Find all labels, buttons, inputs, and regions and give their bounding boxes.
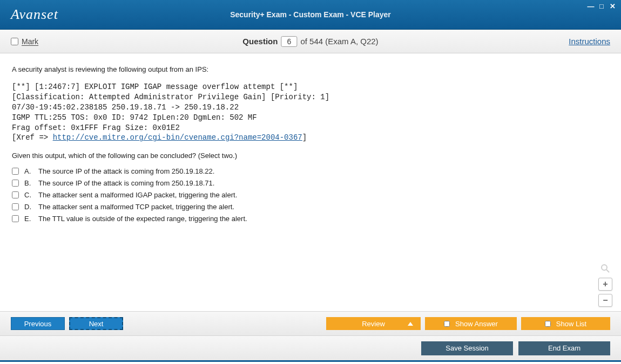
option-text: The source IP of the attack is coming fr… — [38, 167, 214, 175]
review-button[interactable]: Review — [326, 317, 421, 330]
maximize-icon[interactable]: □ — [597, 2, 606, 10]
show-answer-label: Show Answer — [455, 320, 498, 328]
ips-output-block: [**] [1:2467:7] EXPLOIT IGMP IGAP messag… — [12, 82, 609, 143]
option-d-checkbox[interactable] — [12, 203, 19, 210]
option-c-checkbox[interactable] — [12, 191, 19, 198]
question-status: Question 6 of 544 (Exam A, Q22) — [242, 36, 378, 47]
options-list: A. The source IP of the attack is coming… — [12, 167, 609, 223]
mark-label[interactable]: Mark — [22, 37, 38, 46]
previous-button[interactable]: Previous — [11, 317, 65, 330]
option-d[interactable]: D. The attacker sent a malformed TCP pac… — [12, 203, 609, 211]
option-text: The attacker sent a malformed TCP packet… — [38, 203, 234, 211]
review-label: Review — [362, 320, 385, 328]
svg-line-1 — [606, 270, 609, 272]
next-button[interactable]: Next — [69, 317, 123, 330]
option-letter: C. — [24, 191, 33, 199]
option-e-checkbox[interactable] — [12, 215, 19, 222]
question-number-box: 6 — [281, 36, 297, 47]
option-letter: A. — [24, 167, 33, 175]
zoom-controls: + − — [598, 263, 612, 307]
option-letter: D. — [24, 203, 33, 211]
code-line: 07/30-19:45:02.238185 250.19.18.71 -> 25… — [12, 103, 239, 112]
window-controls: — □ ✕ — [586, 2, 617, 10]
option-text: The source IP of the attack is coming fr… — [38, 179, 214, 187]
option-letter: B. — [24, 179, 33, 187]
question-total: of 544 (Exam A, Q22) — [300, 37, 378, 46]
xref-prefix: [Xref => — [12, 133, 53, 142]
xref-suffix: ] — [302, 133, 307, 142]
search-icon[interactable] — [599, 263, 611, 274]
close-icon[interactable]: ✕ — [608, 2, 617, 10]
option-letter: E. — [24, 215, 33, 223]
triangle-up-icon — [408, 322, 413, 326]
question-label: Question — [242, 37, 278, 46]
code-line: Frag offset: 0x1FFF Frag Size: 0x01E2 — [12, 123, 180, 132]
zoom-out-button[interactable]: − — [598, 294, 612, 307]
code-line: [**] [1:2467:7] EXPLOIT IGMP IGAP messag… — [12, 83, 298, 91]
option-text: The TTL value is outside of the expected… — [38, 215, 247, 223]
option-c[interactable]: C. The attacker sent a malformed IGAP pa… — [12, 191, 609, 199]
option-e[interactable]: E. The TTL value is outside of the expec… — [12, 215, 609, 223]
show-answer-checkbox[interactable] — [444, 321, 450, 327]
save-session-button[interactable]: Save Session — [421, 341, 513, 355]
question-prompt: Given this output, which of the followin… — [12, 152, 609, 160]
xref-link[interactable]: http://cve.mitre.org/cgi-bin/cvename.cgi… — [53, 133, 302, 142]
option-a-checkbox[interactable] — [12, 168, 19, 175]
code-line: IGMP TTL:255 TOS: 0x0 ID: 9742 IpLen:20 … — [12, 113, 257, 122]
zoom-in-button[interactable]: + — [598, 278, 612, 291]
titlebar: Avanset Security+ Exam - Custom Exam - V… — [0, 0, 621, 30]
option-b[interactable]: B. The source IP of the attack is coming… — [12, 179, 609, 187]
session-footer: Save Session End Exam — [0, 336, 621, 362]
question-content: A security analyst is reviewing the foll… — [0, 53, 621, 311]
mark-checkbox[interactable] — [11, 38, 18, 45]
option-text: The attacker sent a malformed IGAP packe… — [38, 191, 237, 199]
end-exam-button[interactable]: End Exam — [518, 341, 610, 355]
minimize-icon[interactable]: — — [586, 2, 595, 10]
option-a[interactable]: A. The source IP of the attack is coming… — [12, 167, 609, 175]
info-bar: Mark Question 6 of 544 (Exam A, Q22) Ins… — [0, 30, 621, 53]
instructions-link[interactable]: Instructions — [569, 37, 610, 46]
show-list-checkbox[interactable] — [545, 321, 551, 327]
svg-point-0 — [602, 265, 607, 270]
show-list-button[interactable]: Show List — [521, 317, 610, 330]
window-title: Security+ Exam - Custom Exam - VCE Playe… — [230, 10, 391, 19]
show-list-label: Show List — [556, 320, 586, 328]
show-answer-button[interactable]: Show Answer — [425, 317, 517, 330]
app-logo: Avanset — [11, 6, 58, 23]
question-intro: A security analyst is reviewing the foll… — [12, 65, 609, 73]
option-b-checkbox[interactable] — [12, 180, 19, 187]
mark-checkbox-group[interactable]: Mark — [11, 37, 38, 46]
nav-footer: Previous Next Review Show Answer Show Li… — [0, 311, 621, 336]
code-line: [Classification: Attempted Administrator… — [12, 93, 329, 101]
